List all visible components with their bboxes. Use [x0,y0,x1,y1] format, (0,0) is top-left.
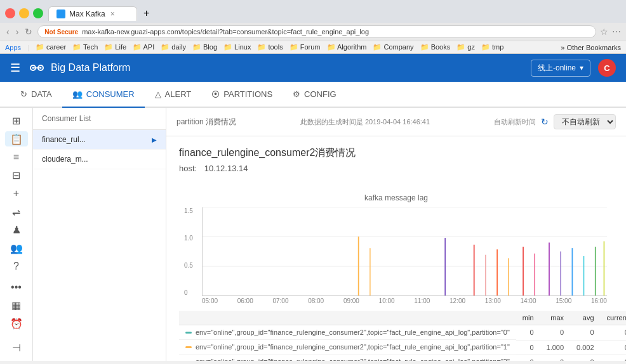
bookmark-other[interactable]: » Other Bookmarks [561,44,621,51]
bookmark-daily[interactable]: 📁 daily [161,43,186,51]
sidebar-icon-collapse[interactable]: ⊣ [5,340,28,356]
col-header-current: current [601,311,626,325]
consumer-items-list: finance_rul... ▶ cloudera_m... [33,130,166,361]
chart-svg [203,207,607,296]
bookmark-tools[interactable]: 📁 tools [257,43,283,51]
partitions-icon: ⦿ [211,89,220,99]
current-1: 0 [601,340,626,354]
current-0: 0 [601,325,626,341]
tab-partitions[interactable]: ⦿ PARTITIONS [201,82,283,108]
sidebar-icon-more[interactable]: ••• [5,280,28,296]
forward-button[interactable]: › [16,27,19,37]
consumer-list-panel: Consumer List finance_rul... ▶ cloudera_… [33,108,166,361]
consumer-panel: Consumer List finance_rul... ▶ cloudera_… [33,108,626,361]
sidebar-icon-people[interactable]: 👥 [5,240,28,256]
data-generation-time: 此数据的生成时间是 2019-04-04 16:46:41 [300,117,430,127]
bookmark-forum[interactable]: 📁 Forum [290,43,321,51]
bookmark-tmp[interactable]: 📁 tmp [481,43,503,51]
sidebar-icon-plus[interactable]: + [5,186,28,202]
sidebar-icon-grid[interactable]: ⊞ [5,113,28,129]
tab-config[interactable]: ⚙ CONFIG [283,82,347,108]
tab-navigation: ↻ DATA 👥 CONSUMER △ ALERT ⦿ PARTITIONS ⚙… [0,82,626,108]
consumer-host: host: 10.12.13.14 [179,164,613,173]
auto-refresh-select[interactable]: 不自动刷新 [554,114,616,129]
env-dropdown-icon: ▾ [580,63,583,72]
window-maximize-btn[interactable] [33,8,43,18]
tab-favicon [57,10,65,18]
bookmark-algorithm[interactable]: 📁 Algorithm [327,43,367,51]
tab-consumer[interactable]: 👥 CONSUMER [62,82,145,108]
top-nav: ☰ Big Data Platform 线上-online ▾ C [0,54,626,82]
chart-area: kafka message lag 1.5 1.0 0.5 0 [166,193,626,311]
y-axis-labels: 1.5 1.0 0.5 0 [184,207,193,296]
environment-selector[interactable]: 线上-online ▾ [531,60,590,77]
chart-container [202,207,607,296]
tab-close-icon[interactable]: × [110,10,115,18]
series-label-2: env="online",group_id="finance_rulengine… [179,354,516,361]
sidebar-icon-layers[interactable]: ⊟ [5,167,28,183]
max-1: 1.000 [540,340,571,354]
bookmark-life[interactable]: 📁 Life [104,43,126,51]
table-row: env="online",group_id="finance_rulengine… [179,354,626,361]
x-axis-labels: 05:00 06:00 07:00 08:00 09:00 10:00 11:0… [202,297,607,304]
legend-dot-1 [185,346,192,348]
data-table-wrapper: min max avg current total [166,311,626,361]
browser-tab[interactable]: Max Kafka × [48,6,137,21]
consumer-item-cloudera[interactable]: cloudera_m... [33,150,166,169]
extension-icon[interactable]: ⋯ [612,27,621,37]
nav-tabs: ↻ DATA 👥 CONSUMER △ ALERT ⦿ PARTITIONS ⚙… [10,82,347,107]
app-container: ☰ Big Data Platform 线上-online ▾ C [0,54,626,361]
tab-title: Max Kafka [69,10,105,18]
sidebar-icon-list[interactable]: ≡ [5,149,28,165]
sidebar-icon-table[interactable]: ▦ [5,297,28,313]
tab-alert[interactable]: △ ALERT [145,82,202,108]
max-2: 0 [540,354,571,361]
sidebar-icon-filter[interactable]: ⇌ [5,204,28,220]
logo-area: Big Data Platform [28,62,531,74]
bookmark-career[interactable]: 📁 career [36,43,66,51]
bookmark-api[interactable]: 📁 API [133,43,154,51]
bookmark-tech[interactable]: 📁 Tech [72,43,98,51]
bookmark-star-icon[interactable]: ☆ [600,27,608,37]
max-0: 0 [540,325,571,341]
back-button[interactable]: ‹ [6,27,10,37]
col-header-max: max [540,311,571,325]
avg-1: 0.002 [570,340,601,354]
left-sidebar: ⊞ 📋 ≡ ⊟ + ⇌ ♟ 👥 ? ••• ▦ ⏰ ⊣ [0,108,33,361]
host-value: 10.12.13.14 [204,164,248,173]
config-gear-icon: ⚙ [293,89,300,99]
bookmark-company[interactable]: 📁 Company [373,43,413,51]
app-title: Big Data Platform [51,62,130,74]
logo-icon [28,62,46,74]
detail-panel-header: partition 消费情况 此数据的生成时间是 2019-04-04 16:4… [166,108,626,136]
sidebar-icon-clock[interactable]: ⏰ [5,316,28,332]
menu-hamburger-icon[interactable]: ☰ [10,61,20,75]
security-warning: Not Secure [44,29,78,36]
refresh-button[interactable]: ↻ [25,27,32,37]
refresh-icon-btn[interactable]: ↻ [541,117,549,127]
bookmark-linux[interactable]: 📁 Linux [223,43,251,51]
bookmark-gz[interactable]: 📁 gz [456,43,475,51]
current-2: 0 [601,354,626,361]
bookmark-apps[interactable]: Apps [5,44,21,51]
min-1: 0 [516,340,540,354]
new-tab-button[interactable]: + [137,4,156,23]
user-avatar[interactable]: C [598,59,616,77]
bookmark-blog[interactable]: 📁 Blog [192,43,217,51]
chart-title: kafka message lag [179,193,613,202]
top-right-area: 线上-online ▾ C [531,59,616,77]
consumer-list-header: Consumer List [33,108,166,130]
sidebar-icon-clipboard[interactable]: 📋 [5,131,28,147]
sidebar-icon-person[interactable]: ♟ [5,222,28,238]
sidebar-icon-question[interactable]: ? [5,259,28,275]
avg-2: 0 [570,354,601,361]
bookmark-books[interactable]: 📁 Books [420,43,451,51]
window-minimize-btn[interactable] [19,8,29,18]
bookmarks-bar: Apps | 📁 career 📁 Tech 📁 Life 📁 API 📁 da… [0,41,626,53]
legend-dot-0 [185,332,192,334]
address-bar[interactable]: Not Secure max-kafka-new.guazi-apps.com/… [37,25,596,38]
tab-data[interactable]: ↻ DATA [10,82,62,108]
table-row: env="online",group_id="finance_rulengine… [179,325,626,341]
window-close-btn[interactable] [5,8,15,18]
consumer-item-finance[interactable]: finance_rul... ▶ [33,130,166,150]
